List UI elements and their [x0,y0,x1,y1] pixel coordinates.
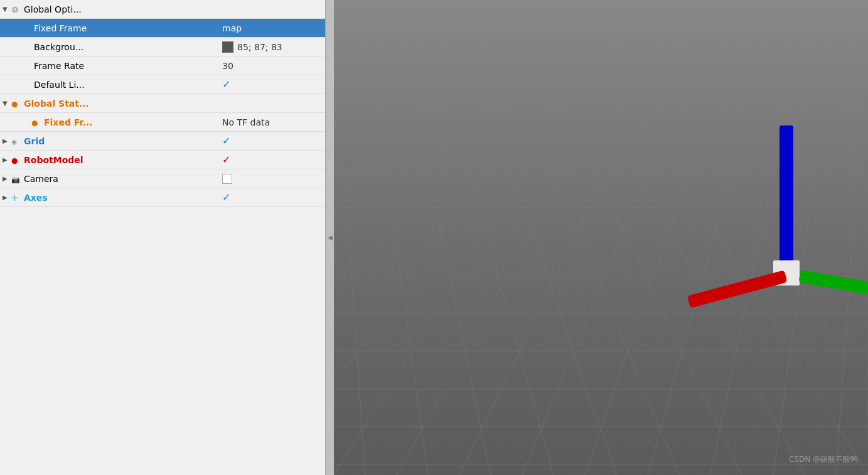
sidebar-item-robot-model[interactable]: ▶●RobotModel✓ [0,151,325,169]
checkbox[interactable]: ✓ [222,191,230,203]
checkbox[interactable]: ✓ [222,78,230,90]
sidebar-item-background[interactable]: Backgrou...85; 87; 83 [0,38,325,56]
grid-icon: ◈ [11,136,21,146]
row-value: ✓ [222,191,323,203]
sidebar-item-global-status[interactable]: ▼●Global Stat... [0,94,325,113]
sidebar-item-camera[interactable]: ▶📷Camera [0,169,325,188]
axes-icon: ✛ [11,193,21,203]
expand-arrow[interactable]: ▶ [3,137,11,144]
row-value: 30 [222,61,323,71]
row-label: Fixed Frame [34,23,222,33]
row-label: Global Opti... [24,4,323,14]
sidebar-item-fixed-frame[interactable]: Fixed Framemap [0,19,325,38]
expand-arrow[interactable]: ▼ [3,6,11,13]
row-label: Default Li... [34,80,222,90]
sidebar-item-axes[interactable]: ▶✛Axes✓ [0,188,325,207]
svg-rect-32 [780,125,793,264]
panel-splitter[interactable] [326,0,334,475]
row-label: Grid [24,136,222,146]
expand-arrow[interactable]: ▶ [3,156,11,163]
checkbox-empty[interactable] [222,174,232,184]
sidebar-item-frame-rate[interactable]: Frame Rate30 [0,56,325,75]
row-value [222,174,323,184]
sidebar-item-global-options[interactable]: ▼⚙Global Opti... [0,0,325,19]
sidebar-item-grid[interactable]: ▶◈Grid✓ [0,132,325,151]
warning-icon: ● [31,117,41,127]
expand-arrow[interactable]: ▶ [3,194,11,201]
grid-background [334,0,868,475]
checkbox[interactable]: ✓ [222,135,230,147]
row-label: Frame Rate [34,61,222,71]
color-swatch[interactable] [222,41,233,53]
row-label: Fixed Fr... [44,117,222,127]
row-label: Camera [24,174,222,184]
3d-viewport[interactable]: CSDN @碳酸不酸鸭 [334,0,868,475]
sidebar-item-default-light[interactable]: Default Li...✓ [0,75,325,94]
watermark-text: CSDN @碳酸不酸鸭 [789,454,858,465]
row-value: 85; 87; 83 [222,41,323,53]
row-label: Axes [24,193,222,203]
checkbox[interactable]: ✓ [222,154,230,166]
error-icon: ● [11,155,21,165]
row-label: Global Stat... [24,99,323,109]
row-label: RobotModel [24,155,222,165]
row-value: map [222,23,323,33]
gear-icon: ⚙ [11,4,21,14]
warning-icon: ● [11,99,21,109]
expand-arrow[interactable]: ▼ [3,100,11,107]
row-value: No TF data [222,117,323,127]
row-value: ✓ [222,154,323,166]
sidebar-item-fixed-frame-status[interactable]: ●Fixed Fr...No TF data [0,113,325,132]
row-value: ✓ [222,135,323,147]
camera-icon: 📷 [11,174,21,184]
expand-arrow[interactable]: ▶ [3,175,11,182]
row-label: Backgrou... [34,42,222,52]
row-value: ✓ [222,78,323,90]
properties-panel[interactable]: ▼⚙Global Opti...Fixed FramemapBackgrou..… [0,0,326,475]
